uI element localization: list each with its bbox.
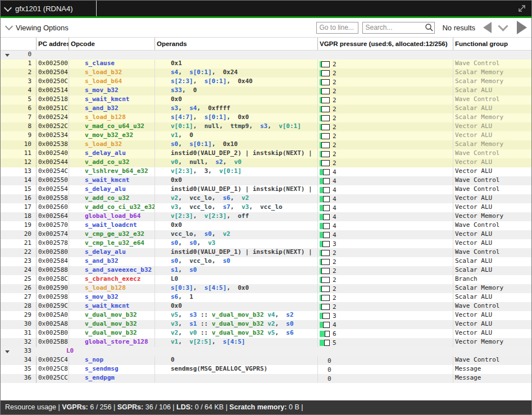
instruction-row[interactable]: 40x002514s_mov_b32s33, 02Scalar ALU: [1, 86, 531, 95]
instruction-row[interactable]: 260x002590s_load_b128s[0:3], s[4:5], 0x0…: [1, 284, 531, 293]
vgpr-pressure-cell: 2: [317, 122, 453, 131]
instruction-row[interactable]: 230x002584s_and_b32s0, vcc_lo, s02Scalar…: [1, 257, 531, 266]
resource-value: 0 B |: [287, 403, 303, 411]
pc-address: 0x00254C: [36, 167, 69, 176]
operand-token: ,: [178, 311, 189, 318]
line-number-value: 35: [24, 365, 31, 372]
vgpr-pressure-value: 3: [333, 312, 337, 320]
instruction-row[interactable]: 360x0025CCs_endpgm0Message: [1, 374, 531, 383]
instruction-row[interactable]: 60x00251Cs_and_b32s3, s4, 0xffff2Scalar …: [1, 104, 531, 113]
instruction-row[interactable]: 200x002574v_cmp_ge_u32_e32vcc_lo, s0, v2…: [1, 230, 531, 239]
pc-address: 0x002544: [36, 158, 69, 167]
functional-group: Wave Control: [453, 60, 531, 69]
operand-token: s[0:1]: [189, 69, 212, 76]
vgpr-pressure-value: 5: [333, 339, 337, 346]
instruction-row[interactable]: 250x00258Cs_cbranch_execzL02Branch: [1, 275, 531, 284]
instruction-row[interactable]: 180x002564global_load_b64v[2:3], v[2:3],…: [1, 212, 531, 221]
vgpr-pressure-value: 2: [333, 97, 337, 104]
instruction-row[interactable]: 160x002558v_add_co_u32v2, vcc_lo, s6, v2…: [1, 194, 531, 203]
search-options-chevron[interactable]: [498, 21, 508, 31]
vgpr-pressure-value: 2: [333, 285, 337, 293]
instruction-row[interactable]: 10x002500s_clause0x12Wave Control: [1, 60, 531, 69]
instruction-row[interactable]: 100x002538s_load_b32s0, s[0:1], 0x102Sca…: [1, 140, 531, 149]
operand-token: s2: [216, 158, 223, 166]
vgpr-pressure-bar: [320, 106, 330, 112]
pc-address: 0x00251C: [36, 104, 69, 113]
functional-group: Scalar Memory: [453, 113, 531, 122]
vgpr-pressure-cell: 0: [317, 365, 453, 374]
instruction-row[interactable]: 240x002588s_and_saveexec_b32s1, s02Scala…: [1, 266, 531, 275]
instruction-row[interactable]: 210x002578v_cmp_le_u32_e64s0, s0, v33Vec…: [1, 239, 531, 248]
previous-result-button[interactable]: [483, 22, 492, 33]
viewing-options-toggle[interactable]: Viewing Options: [5, 24, 69, 32]
instruction-row[interactable]: 350x0025C8s_sendmsgsendmsg(MSG_DEALLOC_V…: [1, 365, 531, 374]
instruction-row[interactable]: 290x0025A0v_dual_mov_b32v5, s3 :: v_dual…: [1, 311, 531, 320]
instruction-row[interactable]: 270x002598s_mov_b32s6, 12Scalar ALU: [1, 293, 531, 302]
instruction-row[interactable]: 130x00254Cv_lshlrev_b64_e32v[2:3], 3, v[…: [1, 167, 531, 176]
instruction-row[interactable]: 220x002580s_delay_aluinstid0(VALU_DEP_1)…: [1, 248, 531, 257]
vgpr-pressure-box: [322, 241, 330, 247]
functional-group: Vector ALU: [453, 239, 531, 248]
functional-group: Message: [453, 374, 531, 383]
operand-token: 0x0: [238, 284, 249, 291]
opcode: v_lshlrev_b64_e32: [69, 167, 154, 176]
instruction-row[interactable]: 340x0025C4s_nop00Wave Control: [1, 356, 531, 365]
instruction-row[interactable]: 310x0025B0v_dual_mov_b32v2, v0 :: v_dual…: [1, 329, 531, 338]
next-result-button[interactable]: [517, 21, 527, 34]
block-expander-icon[interactable]: [5, 350, 10, 353]
goto-line-input[interactable]: [316, 22, 358, 34]
vgpr-pressure-bar: [320, 115, 330, 121]
vgpr-pressure-box: [323, 232, 330, 238]
opcode: s_load_b128: [69, 284, 154, 293]
operands: vcc_lo, s0, v2: [154, 230, 317, 239]
instruction-row[interactable]: 110x002540s_delay_aluinstid0(VALU_DEP_2)…: [1, 149, 531, 158]
operand-token: v[2:3]: [171, 212, 193, 220]
instruction-row[interactable]: 90x002534v_mov_b32_e32v1, 02Vector ALU: [1, 131, 531, 140]
operand-token: ,: [193, 230, 204, 238]
instruction-row[interactable]: 170x002560v_add_co_ci_u32_e32v3, vcc_lo,…: [1, 203, 531, 212]
header-cell-expander: [1, 38, 36, 50]
instruction-row[interactable]: 190x002570s_wait_loadcnt0x04Wave Control: [1, 221, 531, 230]
operand-token: v2: [171, 194, 178, 202]
line-number: 32: [1, 338, 36, 347]
opcode: s_mov_b32: [69, 293, 154, 302]
vgpr-pressure-box: [321, 133, 330, 139]
vgpr-pressure-bar: [320, 169, 330, 175]
pc-address: 0x002590: [36, 284, 69, 293]
instruction-row[interactable]: 120x002544v_add_co_u32v0, null, s2, v02V…: [1, 158, 531, 167]
instruction-row[interactable]: 20x002504s_load_b32s4, s[0:1], 0x242Scal…: [1, 69, 531, 77]
functional-group: Vector ALU: [453, 194, 531, 203]
label-row[interactable]: 33L0: [1, 347, 531, 356]
instruction-row[interactable]: 50x002518s_wait_kmcnt0x02Wave Control: [1, 95, 531, 104]
operands: sendmsg(MSG_DEALLOC_VGPRS): [154, 365, 317, 374]
expand-icon[interactable]: [517, 3, 527, 13]
instruction-row[interactable]: 300x0025A8v_dual_mov_b32v3, s1 :: v_dual…: [1, 320, 531, 329]
operand-token: 0x0: [238, 113, 249, 121]
instruction-row[interactable]: 320x0025B8global_store_b128v1, v[2:5], s…: [1, 338, 531, 347]
vgpr-pressure-bar: [320, 286, 330, 292]
vgpr-pressure-cell: 6: [317, 329, 453, 338]
tab-gfx1201[interactable]: gfx1201 (RDNA4): [1, 1, 97, 16]
instruction-row[interactable]: 150x002554s_delay_aluinstid0(VALU_DEP_1)…: [1, 185, 531, 194]
search-input[interactable]: [363, 24, 424, 31]
instruction-row[interactable]: 30x00250Cs_load_b64s[2:3], s[0:1], 0x402…: [1, 77, 531, 86]
instruction-row[interactable]: 140x002550s_wait_kmcnt0x04Wave Control: [1, 176, 531, 185]
instruction-row[interactable]: 80x00252Cv_mad_co_u64_u32v[0:1], null, t…: [1, 122, 531, 131]
operand-token: vcc_lo: [189, 194, 212, 202]
opcode: s_nop: [69, 356, 154, 365]
operand-token: v2: [242, 194, 249, 202]
block-expander-icon[interactable]: [5, 54, 10, 57]
instruction-row[interactable]: 70x002524s_load_b128s[4:7], s[0:1], 0x02…: [1, 113, 531, 122]
vgpr-pressure-box: [321, 70, 330, 76]
vgpr-pressure-value: 2: [333, 70, 337, 77]
line-number: 16: [1, 194, 36, 203]
line-number: 25: [1, 275, 36, 284]
functional-group: Wave Control: [453, 185, 531, 194]
label-row[interactable]: 0: [1, 51, 531, 60]
instruction-row[interactable]: 280x00259Cs_wait_kmcnt0x02Wave Control: [1, 302, 531, 311]
line-number-value: 5: [28, 95, 31, 103]
operand-token: ,: [178, 329, 189, 336]
operand-token: v0: [189, 329, 197, 336]
functional-group: Wave Control: [453, 176, 531, 185]
operand-token: s3: [171, 104, 178, 112]
